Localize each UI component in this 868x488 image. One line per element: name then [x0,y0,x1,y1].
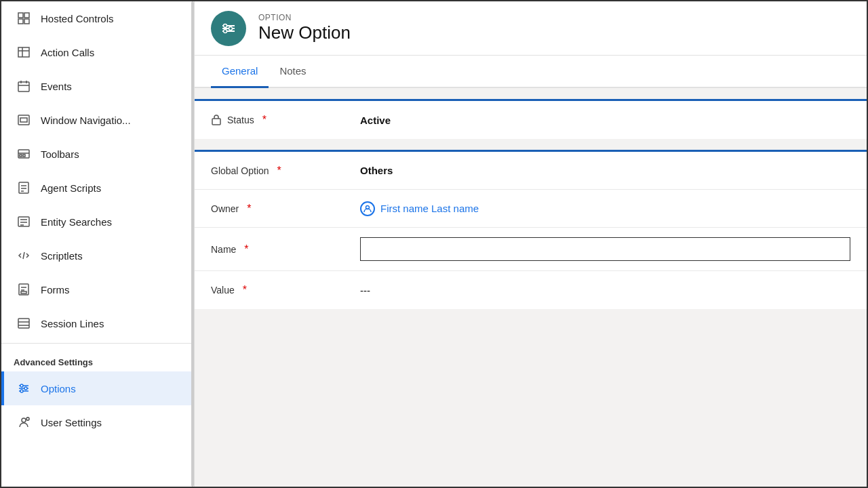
sidebar-divider [1,343,194,344]
table-icon [16,45,31,60]
name-input[interactable] [360,237,850,261]
window-nav-icon [16,113,31,127]
svg-point-38 [20,390,23,392]
sidebar-item-label: Toolbars [41,148,79,160]
sidebar-item-label: Entity Searches [41,216,112,228]
user-settings-icon [16,415,31,430]
main-content: OPTION New Option General Notes [195,1,867,487]
svg-point-50 [224,24,227,27]
sidebar-item-forms[interactable]: Forms [1,272,194,306]
svg-rect-12 [20,118,27,122]
header-text: OPTION New Option [258,13,351,43]
sidebar-item-label: Session Lines [41,318,104,329]
owner-value[interactable]: First name Last name [360,201,850,216]
svg-rect-7 [18,82,29,92]
required-indicator: * [247,203,251,215]
tabs-bar: General Notes [195,56,867,88]
sidebar-item-label: Options [41,383,76,394]
sidebar: Hosted Controls Action Calls Events [1,1,195,487]
sidebar-item-session-lines[interactable]: Session Lines [1,306,194,340]
details-section: Global Option * Others Owner * [195,150,867,309]
svg-point-36 [20,384,23,387]
sidebar-item-entity-searches[interactable]: Entity Searches [1,205,194,239]
name-input-container [360,237,850,261]
sidebar-item-user-settings[interactable]: User Settings [1,405,194,439]
sidebar-item-label: Forms [41,284,70,296]
svg-rect-2 [18,19,23,24]
status-row: Status * Active [195,101,867,139]
session-lines-icon [16,316,31,331]
sidebar-item-action-calls[interactable]: Action Calls [1,35,194,69]
sidebar-item-options[interactable]: Options [1,371,194,405]
options-icon [16,381,31,396]
global-option-row: Global Option * Others [195,152,867,190]
events-icon [16,79,31,94]
svg-rect-0 [18,13,23,18]
entity-searches-icon [16,214,31,229]
svg-point-39 [22,418,26,422]
agent-scripts-icon [16,180,31,195]
sidebar-item-label: Window Navigatio... [41,115,131,126]
status-section: Status * Active [195,99,867,139]
svg-line-44 [29,420,30,421]
page-title: New Option [258,22,351,43]
tab-notes[interactable]: Notes [269,56,317,88]
tab-general[interactable]: General [211,56,269,88]
sidebar-item-hosted-controls[interactable]: Hosted Controls [1,1,194,35]
svg-rect-16 [23,155,25,157]
svg-line-46 [29,418,30,418]
toolbar-icon [16,146,31,161]
sidebar-item-scriptlets[interactable]: Scriptlets [1,239,194,272]
sidebar-scrollbar[interactable] [191,1,194,487]
sidebar-item-window-navigation[interactable]: Window Navigatio... [1,103,194,137]
global-option-value: Others [360,165,850,176]
required-indicator: * [277,165,281,177]
grid-icon [16,11,31,26]
owner-label: Owner * [211,203,360,215]
status-label: Status * [211,113,360,127]
svg-line-43 [26,418,27,418]
status-value: Active [360,115,850,126]
svg-point-40 [26,418,29,420]
svg-line-45 [26,420,27,421]
svg-line-25 [23,252,24,259]
name-label: Name * [211,243,360,256]
sidebar-item-label: Events [41,81,72,92]
svg-point-51 [229,26,233,30]
header-avatar [211,11,246,46]
svg-rect-53 [212,119,220,125]
advanced-settings-label: Advanced Settings [1,346,194,371]
global-option-label: Global Option * [211,165,360,177]
sidebar-item-toolbars[interactable]: Toolbars [1,137,194,171]
svg-point-52 [224,29,227,33]
svg-point-37 [24,387,27,390]
sidebar-item-agent-scripts[interactable]: Agent Scripts [1,171,194,205]
svg-rect-4 [18,47,29,57]
required-indicator: * [243,284,247,296]
sidebar-item-label: Hosted Controls [41,13,114,24]
value-label: Value * [211,284,360,296]
forms-icon [16,282,31,297]
required-indicator: * [244,243,248,256]
owner-row: Owner * First name Last name [195,190,867,228]
sidebar-item-label: Scriptlets [41,250,83,262]
svg-rect-3 [24,19,29,24]
sidebar-item-events[interactable]: Events [1,69,194,103]
page-header: OPTION New Option [195,1,867,56]
user-icon [360,201,375,216]
svg-rect-1 [24,13,29,18]
sidebar-item-label: User Settings [41,417,102,428]
name-row: Name * [195,228,867,271]
required-indicator: * [262,114,267,126]
value-row: Value * --- [195,271,867,309]
sidebar-item-label: Action Calls [41,47,94,58]
lock-icon [211,113,222,127]
scriptlets-icon [16,248,31,263]
svg-rect-30 [18,319,29,328]
svg-rect-29 [21,291,26,293]
svg-rect-15 [20,155,22,157]
form-area: Status * Active Global Option * Others O… [195,88,867,487]
value-value: --- [360,285,850,296]
header-subtitle: OPTION [258,13,351,22]
sidebar-item-label: Agent Scripts [41,182,101,194]
